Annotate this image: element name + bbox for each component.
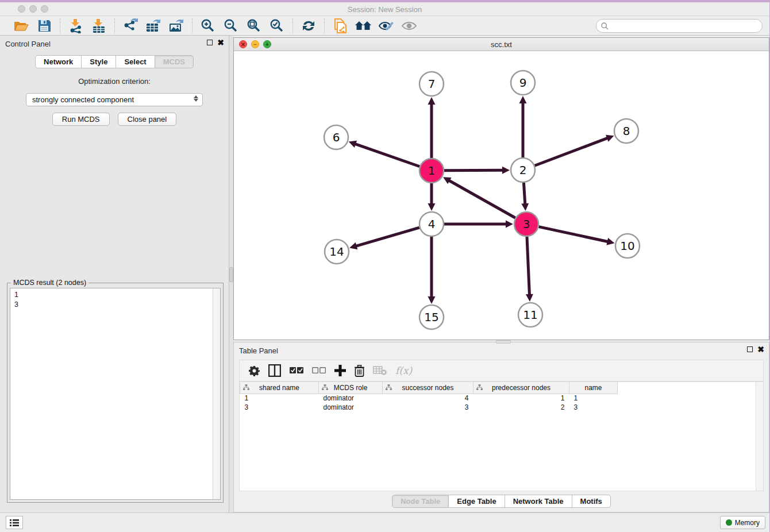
control-panel: Control Panel ✖ NetworkStyleSelectMCDS O…: [0, 36, 229, 512]
edge-3-10[interactable]: [539, 227, 609, 242]
mcds-result-box: MCDS result (2 nodes) 13: [7, 283, 224, 503]
node-label-3: 3: [523, 217, 530, 231]
import-network-button[interactable]: [67, 18, 84, 34]
arrowhead-1-6: [349, 141, 357, 148]
delete-column-button[interactable]: [355, 362, 364, 379]
table-cell[interactable]: 1: [473, 394, 569, 403]
hide-edit-button[interactable]: [378, 18, 395, 34]
search-icon: [601, 22, 609, 30]
table-cell[interactable]: 1: [240, 394, 319, 403]
tab-style[interactable]: Style: [82, 55, 116, 68]
tab-select[interactable]: Select: [116, 55, 155, 68]
edge-3-11[interactable]: [527, 237, 530, 296]
network-graph[interactable]: 7968124314101511: [234, 51, 769, 340]
window-title: Session: New Session: [0, 5, 769, 14]
save-button[interactable]: [36, 18, 53, 34]
show-column-panel-icon: [268, 364, 281, 377]
edge-3-1[interactable]: [448, 180, 515, 218]
criterion-selected-value: strongly connected component: [32, 95, 134, 104]
search-input[interactable]: [609, 22, 762, 30]
edge-4-14[interactable]: [355, 228, 419, 246]
network-canvas[interactable]: 7968124314101511: [234, 51, 769, 340]
column-header-successor-nodes[interactable]: successor nodes: [383, 382, 473, 394]
control-panel-tabs: NetworkStyleSelectMCDS: [0, 55, 229, 68]
create-column-button[interactable]: [334, 362, 346, 379]
column-header-shared-name[interactable]: shared name: [240, 382, 319, 394]
close-panel-icon[interactable]: ✖: [217, 39, 224, 46]
refresh-button[interactable]: [300, 18, 317, 34]
delete-table-button: [373, 362, 387, 379]
select-all-columns-button[interactable]: [290, 362, 303, 379]
table-row[interactable]: 1dominator411: [240, 394, 618, 403]
tab-edge-table[interactable]: Edge Table: [449, 495, 505, 508]
zoom-out-button[interactable]: [222, 18, 240, 34]
task-list-icon: [10, 519, 19, 527]
network-home-button[interactable]: [355, 18, 372, 34]
table-panel-header: Table Panel ✖: [234, 342, 769, 358]
arrowhead-2-3: [521, 203, 529, 211]
column-header-name[interactable]: name: [569, 382, 618, 394]
table-cell[interactable]: 4: [383, 394, 473, 403]
zoom-fit-icon: [247, 19, 261, 33]
main-toolbar: [0, 16, 769, 36]
table-scrollbar[interactable]: [756, 382, 763, 491]
result-scrollbar[interactable]: [213, 288, 220, 499]
copy-document-icon: [333, 18, 348, 34]
column-header-predecessor-nodes[interactable]: predecessor nodes: [473, 382, 569, 394]
function-builder-icon: f(x): [395, 365, 412, 376]
table-cell[interactable]: 2: [473, 403, 569, 412]
tab-mcds[interactable]: MCDS: [155, 55, 194, 68]
splitter-handle[interactable]: [229, 267, 233, 282]
criterion-select[interactable]: strongly connected component: [26, 93, 203, 106]
float-panel-icon[interactable]: [207, 40, 213, 45]
zoom-in-button[interactable]: [199, 18, 217, 34]
tab-network-table[interactable]: Network Table: [505, 495, 572, 508]
mcds-result-list[interactable]: 13: [10, 288, 221, 500]
result-item[interactable]: 1: [14, 290, 220, 300]
node-label-9: 9: [519, 76, 527, 90]
copy-document-button[interactable]: [332, 18, 349, 34]
table-cell[interactable]: 3: [383, 403, 473, 412]
tab-network[interactable]: Network: [35, 55, 82, 68]
tab-motifs[interactable]: Motifs: [572, 495, 611, 508]
search-box[interactable]: [596, 19, 763, 33]
titlebar: Session: New Session: [0, 2, 769, 16]
zoom-selected-button[interactable]: [268, 18, 286, 34]
table-cell[interactable]: 3: [569, 403, 618, 412]
result-item[interactable]: 3: [14, 300, 220, 310]
node-table[interactable]: shared nameMCDS rolesuccessor nodesprede…: [240, 382, 618, 412]
mcds-panel: Optimization criterion: strongly connect…: [0, 71, 229, 126]
edge-2-8[interactable]: [535, 138, 609, 166]
unselect-all-columns-button[interactable]: [312, 362, 326, 379]
import-table-button[interactable]: [90, 18, 107, 34]
table-cell[interactable]: 1: [569, 394, 618, 403]
edge-2-3[interactable]: [523, 183, 525, 205]
table-cell[interactable]: 3: [240, 403, 319, 412]
import-network-icon: [68, 18, 83, 33]
export-image-button[interactable]: [168, 18, 185, 34]
task-history-button[interactable]: [6, 516, 23, 529]
export-network-button[interactable]: [122, 18, 139, 34]
memory-status-icon: [726, 519, 732, 526]
export-table-button[interactable]: [145, 18, 162, 34]
column-header-MCDS-role[interactable]: MCDS role: [319, 382, 383, 394]
close-table-panel-icon[interactable]: ✖: [757, 346, 764, 353]
show-column-panel-button[interactable]: [268, 362, 281, 379]
table-cell[interactable]: dominator: [319, 394, 383, 403]
unselect-all-columns-icon: [312, 367, 326, 374]
zoom-fit-button[interactable]: [245, 18, 263, 34]
memory-button[interactable]: Memory: [720, 516, 765, 529]
edge-1-2[interactable]: [444, 170, 504, 171]
column-label: predecessor nodes: [492, 384, 550, 392]
open-button[interactable]: [13, 18, 30, 34]
network-title: scc.txt: [234, 40, 769, 49]
tab-node-table[interactable]: Node Table: [392, 495, 449, 508]
edge-1-6[interactable]: [354, 144, 419, 167]
table-row[interactable]: 3dominator323: [240, 403, 618, 412]
run-mcds-button[interactable]: Run MCDS: [52, 113, 110, 126]
table-cell[interactable]: dominator: [319, 403, 383, 412]
close-panel-button[interactable]: Close panel: [118, 113, 177, 126]
table-settings-button[interactable]: [249, 362, 260, 379]
float-table-panel-icon[interactable]: [747, 346, 753, 352]
vertical-splitter[interactable]: [229, 36, 233, 512]
